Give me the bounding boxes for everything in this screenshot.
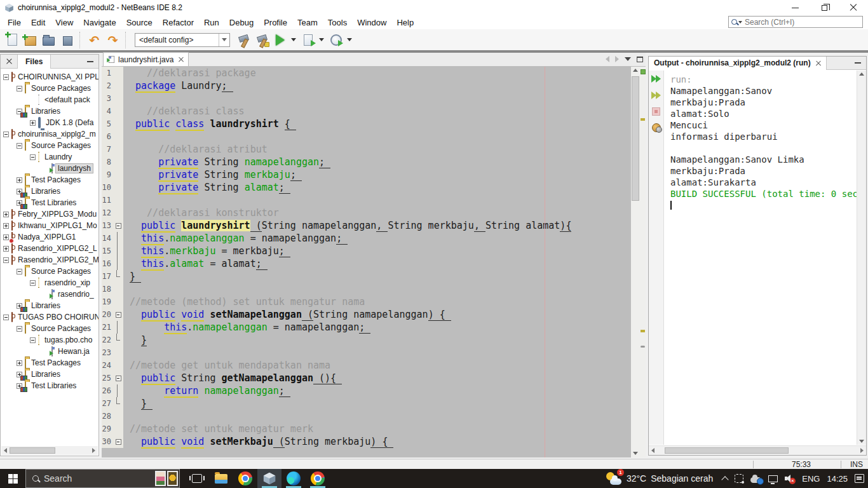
minimize-button[interactable] <box>780 0 810 15</box>
line-number[interactable]: 30 <box>102 435 113 448</box>
scrollbar-thumb[interactable] <box>10 447 55 454</box>
line-number[interactable]: 14 <box>102 232 113 245</box>
line-number[interactable]: 26 <box>102 384 113 397</box>
restore-button[interactable] <box>810 0 839 15</box>
tree-item-test-packages[interactable]: Test Packages <box>1 174 98 186</box>
line-number[interactable]: 3 <box>102 92 113 105</box>
fold-column[interactable] <box>113 143 123 156</box>
line-number[interactable]: 18 <box>102 283 113 295</box>
search-input[interactable] <box>745 17 862 27</box>
fold-column[interactable] <box>113 359 123 372</box>
ant-settings-button[interactable] <box>652 123 661 132</box>
dropdown-caret-icon[interactable] <box>291 38 296 41</box>
tab-close-icon[interactable] <box>179 57 184 62</box>
line-number[interactable]: 16 <box>102 257 113 270</box>
fold-column[interactable] <box>113 435 123 448</box>
tree-item-test-libraries[interactable]: Test Libraries <box>1 197 98 208</box>
volume-muted-icon[interactable]: × <box>785 475 795 482</box>
fold-column[interactable] <box>113 423 123 435</box>
menu-file[interactable]: File <box>3 17 26 29</box>
line-number[interactable]: 11 <box>102 194 113 207</box>
collapse-icon[interactable] <box>17 143 22 149</box>
line-number[interactable]: 2 <box>102 79 113 92</box>
error-stripe[interactable] <box>641 67 646 458</box>
code-line[interactable]: 17} <box>102 270 631 283</box>
new-project-button[interactable] <box>22 31 39 48</box>
line-number[interactable]: 22 <box>102 334 113 346</box>
collapse-icon[interactable] <box>17 86 22 92</box>
fold-column[interactable] <box>113 232 123 245</box>
scrollbar-thumb[interactable] <box>632 76 639 201</box>
netbeans-button[interactable] <box>257 469 281 488</box>
code-line[interactable]: 8 private String namapelanggan; <box>102 156 631 168</box>
panel-minimize-icon[interactable] <box>87 61 93 62</box>
menu-navigate[interactable]: Navigate <box>78 17 121 29</box>
save-all-button[interactable] <box>58 31 76 48</box>
expand-icon[interactable] <box>3 234 9 240</box>
taskbar-search[interactable]: Search <box>25 469 180 488</box>
scroll-tabs-left-icon[interactable] <box>606 56 609 62</box>
fold-column[interactable] <box>113 181 123 194</box>
code-line[interactable]: 4 //deklarasi class <box>102 105 631 118</box>
code-line[interactable]: 10 private String alamat; <box>102 181 631 194</box>
line-number[interactable]: 25 <box>102 372 113 384</box>
clean-build-button[interactable] <box>253 31 270 48</box>
fold-collapse-icon[interactable] <box>116 439 121 445</box>
fold-column[interactable] <box>113 219 123 232</box>
network-icon[interactable] <box>768 475 778 482</box>
chrome-button[interactable] <box>233 469 257 488</box>
tab-output-run[interactable]: Output - choirunnisa_xipplg2_modul2 (run… <box>649 57 827 70</box>
expand-icon[interactable] <box>17 177 22 183</box>
panel-close-icon[interactable] <box>6 58 12 64</box>
line-number[interactable]: 7 <box>102 143 113 156</box>
debug-button[interactable] <box>299 31 316 48</box>
fold-collapse-icon[interactable] <box>116 223 121 229</box>
expand-icon[interactable] <box>3 212 9 217</box>
fold-column[interactable] <box>113 67 123 79</box>
tree-item-rasendrio-[interactable]: rasendrio_ <box>1 288 98 300</box>
code-line[interactable]: 1 //deklarasi package <box>102 67 631 79</box>
collapse-icon[interactable] <box>30 337 36 343</box>
edge-button[interactable] <box>281 469 306 488</box>
dropdown-caret-icon[interactable] <box>347 38 352 41</box>
code-line[interactable]: 18 <box>102 283 631 295</box>
undo-button[interactable]: ↶ <box>86 31 103 48</box>
collapse-icon[interactable] <box>3 257 9 263</box>
fold-column[interactable] <box>113 308 123 321</box>
search-highlight-image-2[interactable] <box>167 471 178 486</box>
fold-column[interactable] <box>113 245 123 257</box>
tree-item-test-libraries[interactable]: Test Libraries <box>1 380 98 391</box>
tree-item-jdk-1-8-defa[interactable]: JDK 1.8 (Defa <box>1 117 98 128</box>
maximize-window-icon[interactable] <box>637 57 643 62</box>
scroll-down-icon[interactable] <box>859 440 864 443</box>
code-area[interactable]: 1 //deklarasi package2 package Laundry; … <box>102 67 631 458</box>
chevron-down-icon[interactable] <box>219 34 229 46</box>
tree-item--default-pack[interactable]: <default pack <box>1 94 98 105</box>
profile-button[interactable] <box>327 31 344 48</box>
menu-run[interactable]: Run <box>199 17 224 29</box>
output-console[interactable]: run:Namapelanggan:Sanovmerkbaju:Pradaala… <box>664 71 857 445</box>
scroll-right-icon[interactable] <box>92 448 95 453</box>
fold-column[interactable] <box>113 130 123 143</box>
menu-tools[interactable]: Tools <box>323 17 352 29</box>
collapse-icon[interactable] <box>3 132 9 137</box>
code-line[interactable]: 29//metode set untuk mengatur merk <box>102 423 631 435</box>
tab-files[interactable]: Files <box>17 55 51 69</box>
fold-column[interactable] <box>113 270 123 283</box>
scroll-up-icon[interactable] <box>633 69 638 72</box>
scroll-left-icon[interactable] <box>4 448 7 453</box>
fold-column[interactable] <box>113 207 123 219</box>
collapse-icon[interactable] <box>3 74 9 80</box>
build-button[interactable] <box>234 31 252 48</box>
screen-snip-icon[interactable] <box>735 474 743 483</box>
menu-debug[interactable]: Debug <box>224 17 259 29</box>
tree-item-ikhwanu-xipplg1-mo[interactable]: Ikhwanu_XIPPLG1_Mo <box>1 220 98 231</box>
code-line[interactable]: 16 this.alamat = alamat; <box>102 257 631 270</box>
task-view-button[interactable] <box>185 469 209 488</box>
search-scope-caret-icon[interactable] <box>738 21 742 24</box>
line-number[interactable]: 24 <box>102 359 113 372</box>
tab-close-icon[interactable] <box>816 60 821 65</box>
fold-collapse-icon[interactable] <box>116 312 121 318</box>
line-number[interactable]: 4 <box>102 105 113 118</box>
weather-widget[interactable]: 1 32°C Sebagian cerah <box>606 471 713 485</box>
